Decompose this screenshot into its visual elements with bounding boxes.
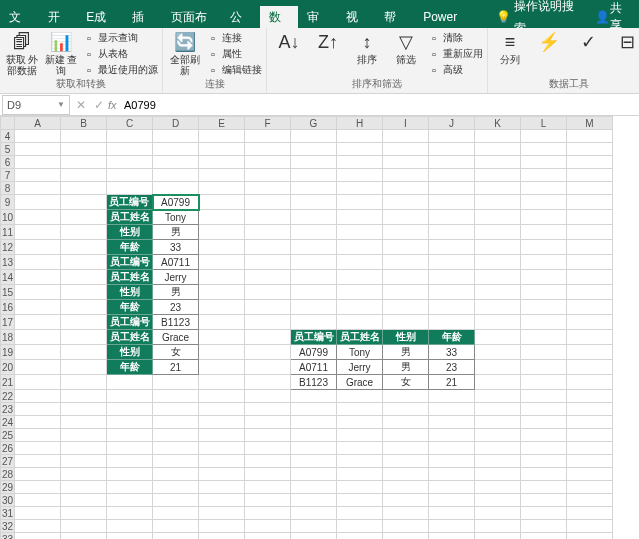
cell[interactable]: 33 xyxy=(153,240,199,255)
cell[interactable] xyxy=(61,494,107,507)
cell[interactable] xyxy=(429,416,475,429)
ribbon-button[interactable]: 🔄全部刷新 xyxy=(167,30,203,76)
cell[interactable] xyxy=(199,315,245,330)
cell[interactable] xyxy=(61,182,107,195)
cell[interactable] xyxy=(15,455,61,468)
formula-input[interactable] xyxy=(124,96,639,114)
cell[interactable] xyxy=(383,442,429,455)
cell[interactable] xyxy=(61,300,107,315)
cell[interactable] xyxy=(153,442,199,455)
cell[interactable] xyxy=(567,300,613,315)
cell[interactable] xyxy=(245,375,291,390)
cell[interactable] xyxy=(199,169,245,182)
cell[interactable]: 男 xyxy=(383,345,429,360)
cell[interactable] xyxy=(15,130,61,143)
cell[interactable] xyxy=(153,533,199,540)
cell[interactable]: 女 xyxy=(153,345,199,360)
cell[interactable] xyxy=(567,195,613,210)
cell[interactable] xyxy=(291,403,337,416)
cell[interactable] xyxy=(475,429,521,442)
cell[interactable] xyxy=(61,533,107,540)
cell[interactable]: Grace xyxy=(153,330,199,345)
cell[interactable] xyxy=(153,416,199,429)
cell[interactable] xyxy=(521,533,567,540)
column-header[interactable]: L xyxy=(521,117,567,130)
cell[interactable] xyxy=(429,429,475,442)
cell[interactable] xyxy=(199,390,245,403)
cell[interactable] xyxy=(521,494,567,507)
cell[interactable] xyxy=(521,270,567,285)
cell[interactable] xyxy=(475,169,521,182)
ribbon-button[interactable]: 🗐获取 外部数据 xyxy=(4,30,40,76)
cell[interactable] xyxy=(245,330,291,345)
cell[interactable] xyxy=(291,156,337,169)
cell[interactable] xyxy=(429,143,475,156)
cell[interactable] xyxy=(475,330,521,345)
cell[interactable] xyxy=(475,285,521,300)
cell[interactable] xyxy=(291,455,337,468)
cell[interactable] xyxy=(15,520,61,533)
ribbon-small-button[interactable]: ▫最近使用的源 xyxy=(82,62,158,77)
cell[interactable] xyxy=(337,468,383,481)
cell[interactable] xyxy=(245,240,291,255)
cell[interactable] xyxy=(199,130,245,143)
cell[interactable] xyxy=(429,494,475,507)
cell[interactable]: Grace xyxy=(337,375,383,390)
cell[interactable] xyxy=(337,520,383,533)
cell[interactable]: B1123 xyxy=(291,375,337,390)
cell[interactable] xyxy=(337,403,383,416)
cell[interactable] xyxy=(521,416,567,429)
cell[interactable] xyxy=(107,143,153,156)
cell[interactable] xyxy=(245,169,291,182)
cell[interactable] xyxy=(337,416,383,429)
row-header[interactable]: 4 xyxy=(1,130,15,143)
cell[interactable] xyxy=(383,169,429,182)
cell[interactable] xyxy=(15,195,61,210)
cell[interactable] xyxy=(475,182,521,195)
cell[interactable] xyxy=(15,210,61,225)
cell[interactable] xyxy=(153,429,199,442)
ribbon-button[interactable]: Z↑ xyxy=(310,30,346,54)
row-header[interactable]: 12 xyxy=(1,240,15,255)
cell[interactable] xyxy=(245,520,291,533)
cell[interactable] xyxy=(383,494,429,507)
row-header[interactable]: 25 xyxy=(1,429,15,442)
row-header[interactable]: 23 xyxy=(1,403,15,416)
cell[interactable] xyxy=(337,390,383,403)
tab-开始[interactable]: 开始 xyxy=(39,6,78,28)
cell[interactable] xyxy=(199,255,245,270)
cell[interactable] xyxy=(567,182,613,195)
cell[interactable] xyxy=(567,416,613,429)
cell[interactable] xyxy=(61,416,107,429)
cell[interactable] xyxy=(567,315,613,330)
cell[interactable] xyxy=(245,429,291,442)
cell[interactable]: 23 xyxy=(429,360,475,375)
row-header[interactable]: 6 xyxy=(1,156,15,169)
cell[interactable] xyxy=(153,481,199,494)
cell[interactable] xyxy=(153,375,199,390)
ribbon-button[interactable]: ↕排序 xyxy=(349,30,385,65)
cell[interactable] xyxy=(475,468,521,481)
cell[interactable] xyxy=(245,345,291,360)
cell[interactable] xyxy=(337,156,383,169)
cell[interactable] xyxy=(383,285,429,300)
cell[interactable] xyxy=(199,429,245,442)
cell[interactable] xyxy=(521,481,567,494)
cell[interactable]: Jerry xyxy=(337,360,383,375)
cell[interactable]: 员工编号 xyxy=(107,195,153,210)
cell[interactable] xyxy=(153,494,199,507)
cell[interactable] xyxy=(245,390,291,403)
column-header[interactable]: I xyxy=(383,117,429,130)
cell[interactable] xyxy=(245,416,291,429)
tab-文件[interactable]: 文件 xyxy=(0,6,39,28)
cell[interactable] xyxy=(383,468,429,481)
cell[interactable] xyxy=(199,507,245,520)
cell[interactable] xyxy=(245,455,291,468)
cell[interactable]: 男 xyxy=(153,285,199,300)
tab-视图[interactable]: 视图 xyxy=(337,6,376,28)
cell[interactable] xyxy=(429,195,475,210)
cell[interactable] xyxy=(337,481,383,494)
cell[interactable] xyxy=(567,455,613,468)
ribbon-small-button[interactable]: ▫重新应用 xyxy=(427,46,483,61)
cell[interactable] xyxy=(521,345,567,360)
